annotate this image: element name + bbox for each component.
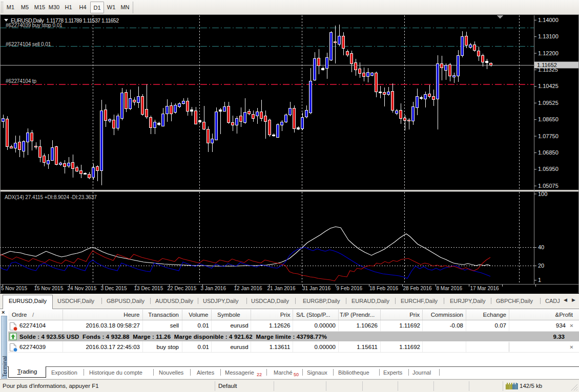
svg-text:3 Jan 2016: 3 Jan 2016 xyxy=(201,286,226,291)
svg-text:9 Feb 2016: 9 Feb 2016 xyxy=(337,286,363,291)
svg-text:12 Jan 2016: 12 Jan 2016 xyxy=(234,286,262,291)
svg-text:5 Nov 2015: 5 Nov 2015 xyxy=(1,286,28,291)
svg-text:1.14000: 1.14000 xyxy=(538,17,559,23)
svg-text:1.07750: 1.07750 xyxy=(538,133,559,139)
svg-text:17 Mar 2016: 17 Mar 2016 xyxy=(470,286,500,291)
svg-text:3 Dec 2015: 3 Dec 2015 xyxy=(101,286,128,291)
svg-text:#62274104 tp: #62274104 tp xyxy=(6,78,37,84)
svg-text:1.12200: 1.12200 xyxy=(538,50,559,56)
svg-text:21 Jan 2016: 21 Jan 2016 xyxy=(267,286,296,291)
svg-text:13 Dec 2015: 13 Dec 2015 xyxy=(134,286,163,291)
svg-text:20: 20 xyxy=(538,263,544,269)
svg-text:1.05950: 1.05950 xyxy=(538,166,559,172)
svg-text:1: 1 xyxy=(538,277,541,283)
svg-text:#62274104 sell 0.01: #62274104 sell 0.01 xyxy=(6,41,51,47)
svg-text:24 Nov 2015: 24 Nov 2015 xyxy=(68,286,97,291)
svg-text:8 Mar 2016: 8 Mar 2016 xyxy=(437,286,463,291)
svg-text:22 Dec 2015: 22 Dec 2015 xyxy=(168,286,197,291)
svg-text:100: 100 xyxy=(538,191,547,197)
svg-text:18 Feb 2016: 18 Feb 2016 xyxy=(369,286,399,291)
svg-text:#62274039 buy stop 0.01: #62274039 buy stop 0.01 xyxy=(6,23,63,28)
svg-text:40: 40 xyxy=(538,244,544,250)
svg-text:ADX(14) 27.4115 +DI:8.9024 -DI: ADX(14) 27.4115 +DI:8.9024 -DI:23.3637 xyxy=(5,194,97,200)
svg-text:1.05075: 1.05075 xyxy=(538,183,559,189)
svg-text:1.10425: 1.10425 xyxy=(538,83,559,89)
svg-text:1.09525: 1.09525 xyxy=(538,100,559,106)
svg-text:1.11652: 1.11652 xyxy=(537,62,557,68)
svg-text:28 Feb 2016: 28 Feb 2016 xyxy=(403,286,432,291)
svg-text:1.13100: 1.13100 xyxy=(538,33,559,39)
svg-text:31 Jan 2016: 31 Jan 2016 xyxy=(302,286,330,291)
svg-text:1.08650: 1.08650 xyxy=(538,116,559,122)
svg-text:1.06850: 1.06850 xyxy=(538,149,559,156)
svg-text:15 Nov 2015: 15 Nov 2015 xyxy=(34,286,64,291)
